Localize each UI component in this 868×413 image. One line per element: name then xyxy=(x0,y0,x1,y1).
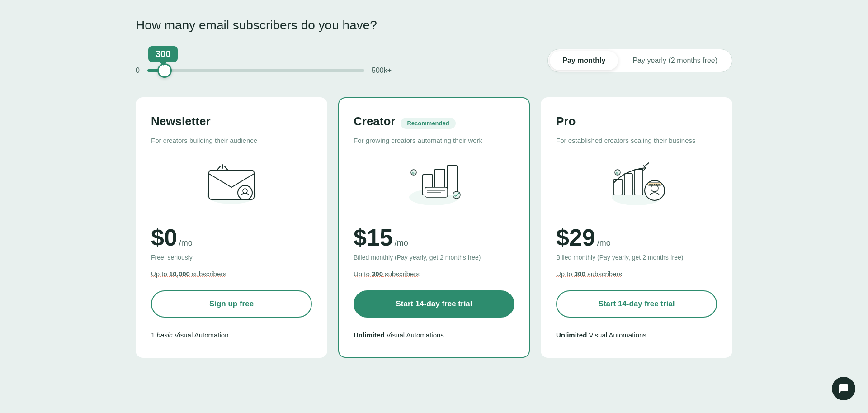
billing-toggle: Pay monthly Pay yearly (2 months free) xyxy=(547,49,732,72)
slider-min-label: 0 xyxy=(136,66,140,75)
recommended-badge: Recommended xyxy=(401,118,455,129)
creator-subscribers[interactable]: Up to 300 subscribers xyxy=(354,270,514,278)
svg-rect-17 xyxy=(635,169,643,195)
pro-subscribers-count: 300 xyxy=(574,270,585,278)
newsletter-cta-button[interactable]: Sign up free xyxy=(151,290,312,318)
pro-price: $29 /mo xyxy=(556,224,717,251)
newsletter-subscribers-suffix: subscribers xyxy=(190,270,226,278)
svg-rect-16 xyxy=(624,174,632,195)
creator-plan-card: Creator Recommended For growing creators… xyxy=(338,97,530,358)
subscriber-slider-section: 300 0 500k+ xyxy=(136,46,425,75)
newsletter-plan-name: Newsletter xyxy=(151,114,211,128)
newsletter-feature: 1 basic Visual Automation xyxy=(151,330,312,341)
creator-subscribers-count: 300 xyxy=(372,270,383,278)
creator-price-amount: $15 xyxy=(354,224,393,251)
pro-cta-button[interactable]: Start 14-day free trial xyxy=(556,290,717,318)
pro-price-amount: $29 xyxy=(556,224,595,251)
pro-subscribers-prefix: Up to xyxy=(556,270,574,278)
pay-monthly-button[interactable]: Pay monthly xyxy=(550,51,618,70)
pay-yearly-button[interactable]: Pay yearly (2 months free) xyxy=(620,51,730,70)
pro-subscribers[interactable]: Up to 300 subscribers xyxy=(556,270,717,278)
newsletter-price: $0 /mo xyxy=(151,224,312,251)
pro-price-period: /mo xyxy=(597,238,611,248)
svg-text:★★★★★: ★★★★★ xyxy=(649,183,660,186)
creator-price-period: /mo xyxy=(395,238,408,248)
creator-cta-button[interactable]: Start 14-day free trial xyxy=(354,290,514,318)
creator-subscribers-prefix: Up to xyxy=(354,270,372,278)
plans-grid: Newsletter For creators building their a… xyxy=(136,97,732,358)
pro-feature: Unlimited Visual Automations xyxy=(556,330,717,341)
newsletter-plan-card: Newsletter For creators building their a… xyxy=(136,97,327,358)
svg-rect-8 xyxy=(425,187,448,197)
creator-plan-desc: For growing creators automating their wo… xyxy=(354,136,514,145)
pro-subscribers-suffix: subscribers xyxy=(585,270,622,278)
newsletter-plan-desc: For creators building their audience xyxy=(151,136,312,145)
newsletter-price-period: /mo xyxy=(179,238,193,248)
creator-illustration: $ xyxy=(354,154,514,213)
newsletter-subscribers-count: 10,000 xyxy=(169,270,190,278)
newsletter-subscribers-prefix: Up to xyxy=(151,270,169,278)
svg-text:$: $ xyxy=(412,171,415,175)
creator-plan-name: Creator xyxy=(354,114,395,128)
svg-point-2 xyxy=(238,185,252,200)
newsletter-subscribers[interactable]: Up to 10,000 subscribers xyxy=(151,270,312,278)
subscribers-range-input[interactable] xyxy=(147,69,364,72)
chat-button[interactable] xyxy=(832,377,855,400)
creator-price-note: Billed monthly (Pay yearly, get 2 months… xyxy=(354,254,514,263)
slider-max-label: 500k+ xyxy=(372,66,394,75)
pro-plan-name: Pro xyxy=(556,114,576,128)
pro-illustration: ★★★★★ $ xyxy=(556,154,717,213)
creator-feature: Unlimited Unlimited Visual AutomationsVi… xyxy=(354,330,514,341)
newsletter-price-note: Free, seriously xyxy=(151,254,312,263)
slider-value-bubble: 300 xyxy=(148,46,178,62)
creator-subscribers-suffix: subscribers xyxy=(383,270,420,278)
pro-plan-desc: For established creators scaling their b… xyxy=(556,136,717,145)
creator-price: $15 /mo xyxy=(354,224,514,251)
pro-plan-card: Pro For established creators scaling the… xyxy=(541,97,732,358)
newsletter-price-amount: $0 xyxy=(151,224,177,251)
pro-price-note: Billed monthly (Pay yearly, get 2 months… xyxy=(556,254,717,263)
svg-rect-7 xyxy=(447,166,457,195)
page-heading: How many email subscribers do you have? xyxy=(136,18,732,33)
svg-text:$: $ xyxy=(616,171,618,175)
newsletter-illustration xyxy=(151,154,312,213)
